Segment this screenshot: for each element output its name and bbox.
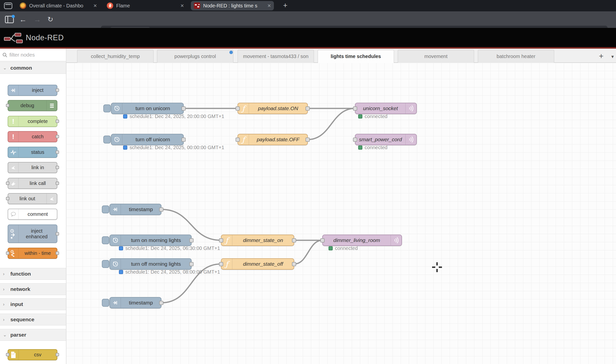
output-port[interactable] <box>306 106 310 111</box>
output-port[interactable] <box>181 106 186 111</box>
new-tab-button[interactable]: + <box>280 1 290 10</box>
flow-tab-batchroom-heater[interactable]: batchroom heater <box>478 50 554 63</box>
flow-tab-movement[interactable]: movement <box>398 50 474 63</box>
output-port[interactable] <box>189 262 194 266</box>
flow-node-timestamp-lower[interactable]: timestamp <box>110 297 161 308</box>
output-port[interactable] <box>306 138 310 142</box>
palette-node-link-out[interactable]: link out <box>8 193 57 204</box>
input-port[interactable] <box>6 182 9 185</box>
flow-tab-collect-humidity-temp[interactable]: collect_humidity_temp <box>77 50 154 63</box>
status-dot-green <box>358 114 362 119</box>
input-port[interactable] <box>6 251 9 255</box>
palette-node-inject[interactable]: inject <box>8 85 57 96</box>
inject-button[interactable] <box>102 205 109 213</box>
input-port[interactable] <box>353 138 357 142</box>
sidebar-toggle-icon[interactable] <box>5 16 14 23</box>
palette-node-csv[interactable]: 1.2 csv <box>8 349 57 360</box>
inject-button[interactable] <box>103 104 111 112</box>
output-port[interactable] <box>56 353 59 356</box>
flow-node-turn-off-morning-lights[interactable]: turn off morning lights <box>110 258 192 270</box>
back-button[interactable]: ← <box>19 15 27 24</box>
palette-node-inject-enhanced[interactable]: inject enhanced <box>8 224 57 243</box>
palette-node-debug[interactable]: debug <box>8 100 57 111</box>
wire[interactable] <box>308 108 355 140</box>
output-port[interactable] <box>56 120 59 123</box>
output-port[interactable] <box>56 135 59 138</box>
palette-node-status[interactable]: status <box>8 147 57 158</box>
input-port[interactable] <box>219 262 223 266</box>
firefox-view-icon[interactable] <box>4 2 12 9</box>
output-port[interactable] <box>56 251 59 255</box>
close-icon[interactable]: × <box>93 3 97 9</box>
input-port[interactable] <box>219 238 223 243</box>
close-icon[interactable]: × <box>180 3 184 9</box>
flow-node-payload-state-off[interactable]: ƒ payload.state.OFF <box>238 134 308 145</box>
category-sequence[interactable]: › sequence <box>0 314 66 325</box>
reload-button[interactable]: ↻ <box>47 15 53 24</box>
output-port[interactable] <box>56 88 59 92</box>
flow-node-dimmer-state-on[interactable]: ƒ dimmer_state_on <box>221 235 294 246</box>
node-status: schedule1: Dec 24, 2025, 20:00:00 GMT+1 <box>123 114 224 119</box>
grafana-icon <box>20 2 26 9</box>
input-port[interactable] <box>6 353 9 356</box>
flow-tab-powerplugs-control[interactable]: powerplugs control <box>157 50 233 63</box>
output-port[interactable] <box>56 232 59 236</box>
node-label: dimmer_state_off <box>232 261 294 267</box>
flow-node-turn-on-unicorn[interactable]: turn on unicorn <box>111 103 184 114</box>
flow-list-caret-icon[interactable]: ▾ <box>608 51 616 62</box>
input-port[interactable] <box>236 138 240 142</box>
forward-button[interactable]: → <box>34 15 41 24</box>
output-port[interactable] <box>292 262 296 266</box>
input-port[interactable] <box>6 197 9 200</box>
inject-button[interactable] <box>102 299 109 307</box>
category-label: common <box>10 65 32 71</box>
category-common[interactable]: ⌄ common <box>0 62 66 74</box>
browser-tab-nodered[interactable]: Node-RED : lights time s × <box>191 1 274 10</box>
flow-node-timestamp-upper[interactable]: timestamp <box>110 204 161 215</box>
flow-tab-movement-tasmota[interactable]: movement - tasmota433 / son <box>238 50 314 63</box>
inject-button[interactable] <box>102 236 109 244</box>
flow-tab-lights-time-schedules[interactable]: lights time schedules <box>318 50 394 63</box>
palette-node-complete[interactable]: ! complete <box>8 116 57 127</box>
close-icon[interactable]: × <box>267 3 271 9</box>
category-parser[interactable]: ⌄ parser <box>0 329 66 341</box>
browser-tab-grafana[interactable]: Overall climate - Dashbo × <box>17 0 100 11</box>
output-port[interactable] <box>56 182 59 185</box>
input-port[interactable] <box>236 106 240 111</box>
browser-tab-flame[interactable]: Flame × <box>104 0 187 11</box>
flow-node-turn-off-unicorn[interactable]: turn off unicorn <box>111 134 184 145</box>
flow-node-payload-state-on[interactable]: ƒ payload.state.ON <box>238 103 308 114</box>
inject-button[interactable] <box>102 260 109 268</box>
category-network[interactable]: › network <box>0 283 66 295</box>
palette-node-comment[interactable]: comment <box>8 209 57 220</box>
input-port[interactable] <box>353 106 357 111</box>
output-port[interactable] <box>292 238 296 243</box>
palette-node-within-time[interactable]: within - time <box>8 248 57 259</box>
output-port[interactable] <box>56 166 59 169</box>
output-port[interactable] <box>181 138 186 142</box>
category-label: input <box>10 301 23 307</box>
add-flow-button[interactable]: + <box>596 51 607 61</box>
input-port[interactable] <box>6 104 9 107</box>
inject-button[interactable] <box>103 136 111 143</box>
palette-node-catch[interactable]: ! catch <box>8 131 57 142</box>
input-port[interactable] <box>320 238 325 243</box>
flow-node-dimmer-state-off[interactable]: ƒ dimmer_state_off <box>221 258 294 270</box>
filter-nodes-input[interactable] <box>9 50 63 60</box>
flow-node-smart-power-cord[interactable]: smart_power_cord <box>355 134 417 145</box>
palette-node-link-in[interactable]: link in <box>8 162 57 173</box>
flow-node-unicorn-socket[interactable]: unicorn_socket <box>355 103 417 114</box>
output-port[interactable] <box>189 238 194 243</box>
flow-node-dimmer-living-room[interactable]: dimmer_living_room <box>322 235 402 246</box>
output-port[interactable] <box>56 150 59 154</box>
output-port[interactable] <box>159 301 163 305</box>
wire[interactable] <box>294 240 322 264</box>
category-function[interactable]: › function <box>0 268 66 280</box>
output-port[interactable] <box>159 207 163 212</box>
palette-node-link-call[interactable]: link call <box>8 178 57 189</box>
link-arrow-icon <box>8 162 19 173</box>
flow-node-turn-on-morning-lights[interactable]: turn on morning lights <box>110 235 192 246</box>
node-label: turn on unicorn <box>122 105 183 111</box>
category-input[interactable]: › input <box>0 298 66 310</box>
flow-canvas[interactable]: turn on unicorn schedule1: Dec 24, 2025,… <box>66 63 616 364</box>
